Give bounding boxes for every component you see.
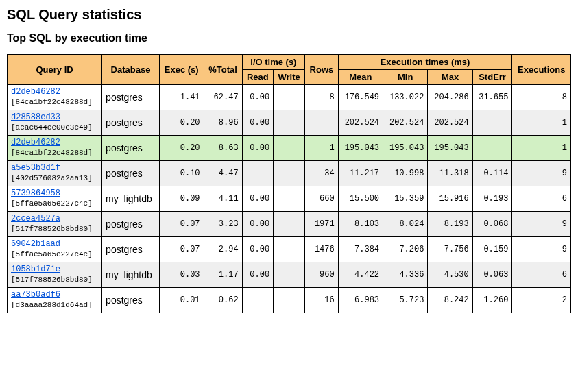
cell-io-write [274,186,305,212]
cell-mean: 195.043 [338,136,383,161]
col-io-time: I/O time (s) [242,55,305,70]
cell-mean: 8.103 [338,212,383,237]
col-max: Max [428,70,472,85]
cell-stderr: 0.063 [472,262,512,288]
col-database: Database [102,55,160,85]
cell-pct-total: 8.96 [204,110,242,136]
query-id-hash: [84ca1bf22c48288d] [11,98,93,106]
query-id-hash: [d3aaaa288d1d64ad] [11,301,93,309]
cell-max: 7.756 [428,237,472,262]
col-write: Write [274,70,305,85]
cell-executions: 2 [512,288,571,313]
col-min: Min [383,70,428,85]
cell-min: 8.024 [383,212,428,237]
cell-rows: 1971 [305,212,339,237]
cell-io-write [274,110,305,136]
cell-database: postgres [102,110,160,136]
cell-io-write [274,212,305,237]
query-id-link[interactable]: aa73b0adf6 [11,290,60,299]
sql-stats-table: Query ID Database Exec (s) %Total I/O ti… [7,54,571,313]
cell-mean: 202.524 [338,110,383,136]
col-exec-s: Exec (s) [159,55,204,85]
cell-database: postgres [102,288,160,313]
cell-rows: 1 [305,136,339,161]
cell-min: 5.723 [383,288,428,313]
table-row: a5e53b3d1f[402d576082a2aa13]postgres0.10… [8,161,571,186]
query-id-link[interactable]: d2deb46282 [11,87,60,97]
cell-max: 204.286 [428,85,472,110]
cell-rows: 960 [305,262,339,288]
cell-stderr: 31.655 [472,85,512,110]
cell-io-read [242,288,274,313]
cell-io-read [242,161,274,186]
cell-query-id: a5e53b3d1f[402d576082a2aa13] [8,161,102,186]
query-id-link[interactable]: 69042b1aad [11,239,60,249]
cell-exec-s: 0.07 [159,212,204,237]
cell-pct-total: 2.94 [204,237,242,262]
cell-query-id: d2deb46282[84ca1bf22c48288d] [8,136,102,161]
cell-query-id: 1058b1d71e[517f788526b8bd80] [8,262,102,288]
cell-database: postgres [102,161,160,186]
cell-stderr [472,136,512,161]
query-id-link[interactable]: 1058b1d71e [11,265,60,274]
table-row: d28588ed33[acac644ce00e3c49]postgres0.20… [8,110,571,136]
query-id-link[interactable]: d28588ed33 [11,112,60,122]
cell-io-read: 0.00 [242,136,274,161]
cell-max: 8.242 [428,288,472,313]
cell-database: postgres [102,212,160,237]
sql-stats-tbody: d2deb46282[84ca1bf22c48288d]postgres1.41… [8,85,571,313]
cell-stderr: 0.068 [472,212,512,237]
cell-query-id: d2deb46282[84ca1bf22c48288d] [8,85,102,110]
cell-database: postgres [102,136,160,161]
cell-rows: 16 [305,288,339,313]
cell-min: 7.206 [383,237,428,262]
cell-stderr [472,110,512,136]
cell-mean: 7.384 [338,237,383,262]
table-row: d2deb46282[84ca1bf22c48288d]postgres0.20… [8,136,571,161]
cell-max: 11.318 [428,161,472,186]
cell-rows: 8 [305,85,339,110]
cell-rows [305,110,339,136]
query-id-hash: [5ffae5a65e227c4c] [11,250,93,258]
cell-pct-total: 3.23 [204,212,242,237]
cell-executions: 1 [512,136,571,161]
query-id-link[interactable]: a5e53b3d1f [11,163,60,173]
cell-io-write [274,85,305,110]
cell-database: my_lightdb [102,262,160,288]
cell-stderr: 0.114 [472,161,512,186]
table-row: aa73b0adf6[d3aaaa288d1d64ad]postgres0.01… [8,288,571,313]
cell-stderr: 0.159 [472,237,512,262]
query-id-hash: [402d576082a2aa13] [11,174,93,182]
col-exec-times: Execution times (ms) [338,55,512,70]
cell-io-read: 0.00 [242,212,274,237]
query-id-link[interactable]: d2deb46282 [11,138,60,147]
cell-max: 202.524 [428,110,472,136]
query-id-link[interactable]: 2ccea4527a [11,214,60,223]
cell-io-write [274,262,305,288]
cell-query-id: 69042b1aad[5ffae5a65e227c4c] [8,237,102,262]
cell-pct-total: 4.11 [204,186,242,212]
cell-mean: 6.983 [338,288,383,313]
cell-exec-s: 0.09 [159,186,204,212]
cell-min: 4.336 [383,262,428,288]
section-title: Top SQL by execution time [7,32,571,45]
cell-mean: 11.217 [338,161,383,186]
cell-io-read: 0.00 [242,262,274,288]
cell-min: 202.524 [383,110,428,136]
query-id-hash: [5ffae5a65e227c4c] [11,199,93,208]
cell-min: 133.022 [383,85,428,110]
cell-executions: 9 [512,212,571,237]
cell-max: 195.043 [428,136,472,161]
cell-io-write [274,161,305,186]
query-id-link[interactable]: 5739864958 [11,188,60,198]
cell-rows: 660 [305,186,339,212]
cell-query-id: 5739864958[5ffae5a65e227c4c] [8,186,102,212]
cell-pct-total: 4.47 [204,161,242,186]
cell-pct-total: 1.17 [204,262,242,288]
cell-pct-total: 0.62 [204,288,242,313]
cell-query-id: aa73b0adf6[d3aaaa288d1d64ad] [8,288,102,313]
cell-exec-s: 0.20 [159,136,204,161]
col-query-id: Query ID [8,55,102,85]
cell-database: postgres [102,85,160,110]
cell-max: 8.193 [428,212,472,237]
